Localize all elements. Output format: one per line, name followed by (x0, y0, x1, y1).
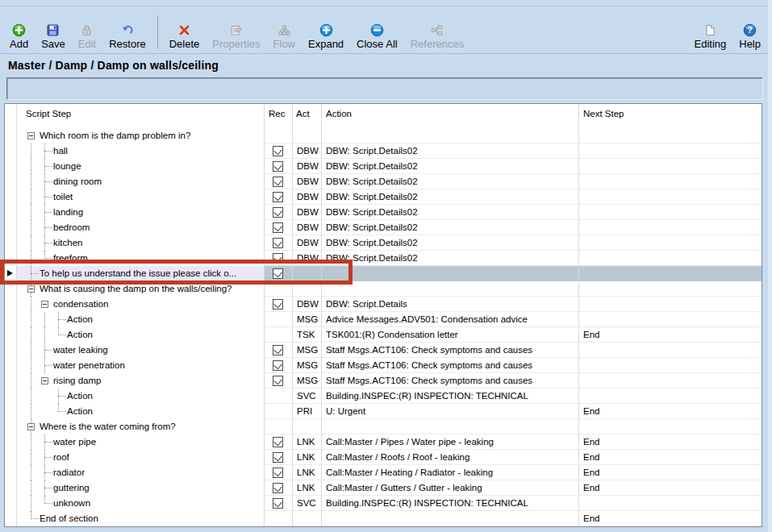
rec-checkbox[interactable] (273, 452, 283, 463)
cell-next (578, 419, 762, 434)
rec-checkbox[interactable] (273, 468, 283, 478)
cell-next: End (578, 434, 762, 450)
tree-connector (58, 335, 66, 335)
column-header-act[interactable]: Act (296, 109, 310, 118)
add-button[interactable]: Add (3, 22, 35, 51)
properties-button: Properties (206, 22, 266, 51)
collapse-expander-icon[interactable] (41, 377, 48, 384)
script-step-row[interactable]: DBWDBW: Script.Details02landing (5, 205, 762, 220)
script-step-row[interactable]: LNKCall:Master / Roofs / Roof - leakingE… (5, 450, 762, 465)
toolbar-right: Editing?Help (688, 22, 768, 51)
script-step-row[interactable]: EndEnd of section (5, 511, 762, 526)
column-header-next-step[interactable]: Next Step (583, 109, 624, 118)
collapse-minus-icon (370, 23, 384, 37)
column-header-rec[interactable]: Rec (269, 109, 285, 118)
act-code: MSG (297, 314, 318, 324)
cell-next (578, 297, 762, 312)
tree-guide (44, 312, 45, 327)
script-step-row[interactable]: MSGStaff Msgs.ACT106: Check symptoms and… (5, 373, 762, 389)
step-label: condensation (53, 299, 108, 309)
script-step-row[interactable]: LNKCall:Master / Heating / Radiator - le… (5, 465, 762, 480)
tree-guide (31, 251, 31, 266)
rec-checkbox[interactable] (273, 253, 283, 264)
cell-action: DBW: Script.Details02 (321, 235, 578, 251)
cell-next (578, 251, 762, 266)
script-step-row[interactable]: DBWDBW: Script.Details02toilet (5, 189, 762, 205)
tree-connector (44, 472, 52, 473)
restore-button[interactable]: Restore (102, 22, 152, 51)
script-step-row[interactable]: SVCBuilding.INSPEC:(R) INSPECTION: TECHN… (5, 496, 762, 511)
rec-checkbox[interactable] (273, 207, 283, 218)
script-step-row[interactable]: DBWDBW: Script.Details02hall (5, 143, 762, 159)
cell-gutter (5, 327, 16, 343)
rec-checkbox[interactable] (273, 376, 283, 386)
tree-connector (58, 411, 66, 412)
collapse-expander-icon[interactable] (27, 132, 35, 139)
help-button[interactable]: ?Help (732, 22, 767, 51)
rec-checkbox[interactable] (273, 192, 283, 202)
rec-checkbox[interactable] (273, 437, 283, 447)
cell-gutter (5, 404, 16, 419)
script-step-row[interactable]: MSGStaff Msgs.ACT106: Check symptoms and… (5, 358, 762, 373)
add-icon (12, 23, 26, 37)
rec-checkbox[interactable] (273, 222, 283, 233)
action-text: Building.INSPEC:(R) INSPECTION: TECHNICA… (326, 391, 528, 401)
column-header-action[interactable]: Action (326, 109, 352, 118)
close-all-button[interactable]: Close All (350, 22, 404, 51)
script-step-row[interactable]: Where is the water coming from? (5, 419, 762, 434)
rec-checkbox[interactable] (273, 161, 283, 172)
script-step-row[interactable]: Which room is the damp problem in? (5, 128, 762, 143)
step-label: Action (67, 406, 93, 416)
rec-checkbox[interactable] (273, 345, 283, 355)
cell-action: DBW: Script.Details (321, 297, 578, 312)
cell-action: U: Urgent (321, 404, 578, 419)
action-text: Advice Messages.ADV501: Condensation adv… (326, 314, 528, 324)
step-label: roof (53, 452, 69, 462)
rec-checkbox[interactable] (273, 498, 283, 509)
script-step-row[interactable]: DBWDBW: Script.Details02dining room (5, 174, 762, 189)
row-pointer-icon (7, 270, 13, 276)
cell-next (578, 205, 762, 220)
tree-connector (31, 273, 39, 274)
collapse-expander-icon[interactable] (27, 285, 35, 293)
script-step-row[interactable]: What is causing the damp on the walls/ce… (5, 281, 762, 297)
rec-checkbox[interactable] (273, 238, 283, 248)
toolbar-separator (157, 15, 158, 49)
script-step-row[interactable]: LNKCall:Master / Gutters / Gutter - leak… (5, 480, 762, 496)
collapse-expander-icon[interactable] (41, 301, 48, 308)
script-step-row[interactable]: PRIU: UrgentEndAction (5, 404, 762, 419)
tree-guide (31, 235, 31, 251)
script-step-row[interactable]: DBWDBW: Script.Detailscondensation (5, 297, 762, 312)
cell-next (578, 312, 762, 327)
rec-checkbox[interactable] (273, 360, 283, 371)
column-header-script-step[interactable]: Script Step (26, 109, 71, 118)
cell-gutter (5, 434, 16, 450)
collapse-expander-icon[interactable] (27, 423, 35, 430)
delete-button[interactable]: Delete (163, 22, 207, 51)
rec-checkbox[interactable] (273, 268, 283, 279)
editing-button[interactable]: Editing (688, 22, 733, 51)
script-step-row[interactable]: LNKCall:Master / Pipes / Water pipe - le… (5, 434, 762, 450)
cell-rec (264, 389, 292, 404)
script-step-row[interactable]: SVCBuilding.INSPEC:(R) INSPECTION: TECHN… (5, 389, 762, 404)
rec-checkbox[interactable] (273, 146, 283, 156)
rec-checkbox[interactable] (273, 177, 283, 187)
tree-guide (31, 496, 31, 511)
cell-gutter (5, 297, 16, 312)
script-step-row[interactable]: TSKTSK001:(R) Condensation letterEndActi… (5, 327, 762, 343)
expand-button[interactable]: Expand (302, 22, 350, 51)
script-step-row[interactable]: MSGStaff Msgs.ACT106: Check symptoms and… (5, 343, 762, 358)
rec-checkbox[interactable] (273, 483, 283, 493)
script-step-row[interactable]: DBWDBW: Script.Details02lounge (5, 159, 762, 174)
notes-input[interactable] (6, 77, 763, 100)
step-label: guttering (53, 483, 90, 493)
cell-act (292, 128, 321, 143)
save-button[interactable]: Save (35, 22, 72, 51)
script-step-row[interactable]: To help us understand the issue please c… (5, 266, 762, 281)
action-text: DBW: Script.Details02 (326, 253, 418, 263)
script-step-row[interactable]: DBWDBW: Script.Details02kitchen (5, 235, 762, 251)
script-step-row[interactable]: DBWDBW: Script.Details02freeform (5, 251, 762, 266)
rec-checkbox[interactable] (273, 299, 283, 310)
script-step-row[interactable]: MSGAdvice Messages.ADV501: Condensation … (5, 312, 762, 327)
script-step-row[interactable]: DBWDBW: Script.Details02bedroom (5, 220, 762, 235)
